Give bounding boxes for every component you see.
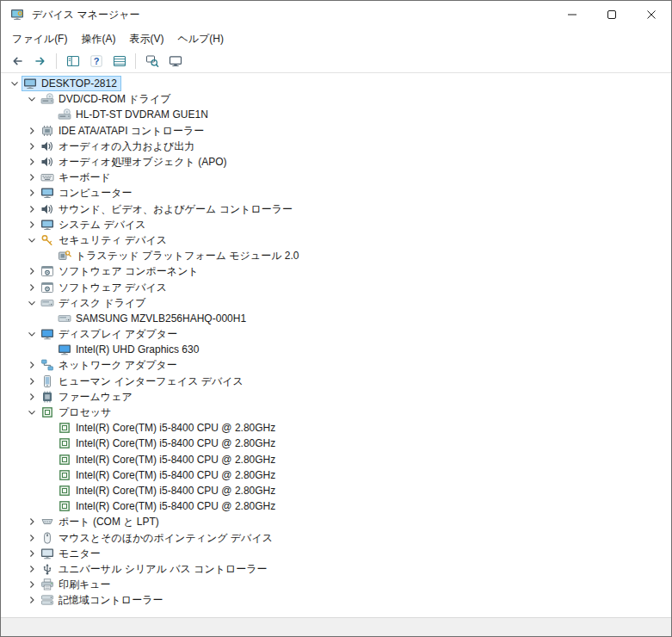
chevron-down-icon[interactable] <box>25 405 39 419</box>
tree-item[interactable]: SAMSUNG MZVLB256HAHQ-000H1 <box>1 311 671 326</box>
tree-node[interactable]: Intel(R) Core(TM) i5-8400 CPU @ 2.80GHz <box>56 452 280 467</box>
tree-node[interactable]: DVD/CD-ROM ドライブ <box>39 91 175 107</box>
chevron-right-icon[interactable] <box>25 202 39 216</box>
scan-hardware-button[interactable] <box>141 51 163 71</box>
chevron-right-icon[interactable] <box>25 374 39 388</box>
tree-item[interactable]: 印刷キュー <box>1 577 671 592</box>
chevron-right-icon[interactable] <box>25 281 39 294</box>
tree-item[interactable]: ネットワーク アダプター <box>1 357 671 373</box>
chevron-right-icon[interactable] <box>25 547 39 560</box>
tree-node[interactable]: 記憶域コントローラー <box>39 592 167 608</box>
chevron-down-icon[interactable] <box>25 296 39 310</box>
chevron-right-icon[interactable] <box>25 593 39 607</box>
tree-node[interactable]: モニター <box>39 546 105 561</box>
chevron-right-icon[interactable] <box>25 139 39 153</box>
tree-item[interactable]: Intel(R) Core(TM) i5-8400 CPU @ 2.80GHz <box>1 467 671 483</box>
tree-node[interactable]: Intel(R) UHD Graphics 630 <box>56 342 203 357</box>
chevron-down-icon[interactable] <box>25 327 39 341</box>
chevron-down-icon[interactable] <box>8 77 22 90</box>
tree-item[interactable]: DVD/CD-ROM ドライブ <box>1 91 671 107</box>
tree-node[interactable]: IDE ATA/ATAPI コントローラー <box>39 123 208 139</box>
chevron-right-icon[interactable] <box>25 155 39 169</box>
tree-node[interactable]: マウスとそのほかのポインティング デバイス <box>39 530 277 546</box>
tree-item[interactable]: DESKTOP-2812 <box>1 76 671 91</box>
show-console-tree-button[interactable] <box>62 51 83 71</box>
tree-node[interactable]: ファームウェア <box>39 389 137 405</box>
tree-item[interactable]: オーディオの入力および出力 <box>1 139 671 154</box>
tree-node[interactable]: サウンド、ビデオ、およびゲーム コントローラー <box>39 201 297 217</box>
tree-item[interactable]: HL-DT-ST DVDRAM GUE1N <box>1 107 671 122</box>
tree-node[interactable]: DESKTOP-2812 <box>22 76 121 91</box>
tree-item[interactable]: Intel(R) Core(TM) i5-8400 CPU @ 2.80GHz <box>1 483 671 498</box>
tree-item[interactable]: トラステッド プラットフォーム モジュール 2.0 <box>1 248 671 263</box>
chevron-right-icon[interactable] <box>25 562 39 576</box>
tree-node[interactable]: セキュリティ デバイス <box>39 232 171 248</box>
chevron-right-icon[interactable] <box>25 531 39 545</box>
tree-node[interactable]: ネットワーク アダプター <box>39 357 182 373</box>
tree-item[interactable]: ユニバーサル シリアル バス コントローラー <box>1 561 671 577</box>
tree-node[interactable]: Intel(R) Core(TM) i5-8400 CPU @ 2.80GHz <box>56 498 280 514</box>
menu-item-help[interactable]: ヘルプ(H) <box>170 29 231 49</box>
tree-node[interactable]: Intel(R) Core(TM) i5-8400 CPU @ 2.80GHz <box>56 483 280 498</box>
tree-item[interactable]: IDE ATA/ATAPI コントローラー <box>1 123 671 139</box>
tree-node[interactable]: Intel(R) Core(TM) i5-8400 CPU @ 2.80GHz <box>56 467 280 483</box>
tree-item[interactable]: システム デバイス <box>1 217 671 232</box>
minimize-button[interactable] <box>552 1 592 28</box>
chevron-right-icon[interactable] <box>25 124 39 138</box>
menu-item-file[interactable]: ファイル(F) <box>5 29 74 49</box>
tree-node[interactable]: オーディオの入力および出力 <box>39 139 199 154</box>
tree-node[interactable]: Intel(R) Core(TM) i5-8400 CPU @ 2.80GHz <box>56 436 280 451</box>
chevron-right-icon[interactable] <box>25 390 39 404</box>
close-button[interactable] <box>632 1 671 28</box>
tree-node[interactable]: ソフトウェア デバイス <box>39 280 171 295</box>
tree-node[interactable]: コンピューター <box>39 185 136 201</box>
tree-item[interactable]: プロセッサ <box>1 405 671 420</box>
tree-node[interactable]: システム デバイス <box>39 217 151 232</box>
tree-item[interactable]: ディスク ドライブ <box>1 295 671 311</box>
list-view-button[interactable] <box>108 51 130 71</box>
tree-node[interactable]: 印刷キュー <box>39 577 115 592</box>
tree-item[interactable]: オーディオ処理オブジェクト (APO) <box>1 154 671 170</box>
chevron-down-icon[interactable] <box>25 92 39 106</box>
tree-node[interactable]: SAMSUNG MZVLB256HAHQ-000H1 <box>56 311 250 326</box>
maximize-button[interactable] <box>592 1 632 28</box>
tree-node[interactable]: キーボード <box>39 170 115 185</box>
tree-item[interactable]: Intel(R) Core(TM) i5-8400 CPU @ 2.80GHz <box>1 498 671 514</box>
tree-node[interactable]: トラステッド プラットフォーム モジュール 2.0 <box>56 248 303 263</box>
tree-item[interactable]: ポート (COM と LPT) <box>1 514 671 529</box>
tree-node[interactable]: ポート (COM と LPT) <box>39 514 163 529</box>
tree-node[interactable]: ヒューマン インターフェイス デバイス <box>39 374 248 389</box>
chevron-right-icon[interactable] <box>25 358 39 372</box>
tree-item[interactable]: Intel(R) Core(TM) i5-8400 CPU @ 2.80GHz <box>1 436 671 451</box>
help-button[interactable]: ? <box>85 51 107 71</box>
chevron-right-icon[interactable] <box>25 218 39 232</box>
tree-node[interactable]: ディスク ドライブ <box>39 295 151 311</box>
chevron-right-icon[interactable] <box>25 515 39 529</box>
chevron-right-icon[interactable] <box>25 186 39 200</box>
tree-item[interactable]: 記憶域コントローラー <box>1 592 671 608</box>
forward-button[interactable] <box>29 51 51 71</box>
tree-item[interactable]: サウンド、ビデオ、およびゲーム コントローラー <box>1 201 671 217</box>
tree-item[interactable]: コンピューター <box>1 185 671 201</box>
chevron-right-icon[interactable] <box>25 578 39 591</box>
tree-item[interactable]: ソフトウェア デバイス <box>1 279 671 294</box>
menu-item-action[interactable]: 操作(A) <box>74 29 122 49</box>
tree-item[interactable]: Intel(R) Core(TM) i5-8400 CPU @ 2.80GHz <box>1 420 671 436</box>
menu-item-view[interactable]: 表示(V) <box>122 29 170 49</box>
tree-node[interactable]: ユニバーサル シリアル バス コントローラー <box>39 561 272 577</box>
tree-node[interactable]: Intel(R) Core(TM) i5-8400 CPU @ 2.80GHz <box>56 420 280 436</box>
tree-node[interactable]: HL-DT-ST DVDRAM GUE1N <box>56 107 213 122</box>
chevron-down-icon[interactable] <box>25 233 39 247</box>
tree-item[interactable]: ディスプレイ アダプター <box>1 326 671 342</box>
tree-node[interactable]: ソフトウェア コンポーネント <box>39 263 203 279</box>
tree-node[interactable]: オーディオ処理オブジェクト (APO) <box>39 154 231 170</box>
tree-item[interactable]: ソフトウェア コンポーネント <box>1 263 671 279</box>
tree-node[interactable]: プロセッサ <box>39 405 115 420</box>
back-button[interactable] <box>6 51 28 71</box>
tree-item[interactable]: キーボード <box>1 170 671 185</box>
chevron-right-icon[interactable] <box>25 170 39 184</box>
tree-node[interactable]: ディスプレイ アダプター <box>39 326 182 342</box>
tree-item[interactable]: ヒューマン インターフェイス デバイス <box>1 374 671 389</box>
tree-item[interactable]: セキュリティ デバイス <box>1 232 671 248</box>
tree-item[interactable]: モニター <box>1 546 671 561</box>
